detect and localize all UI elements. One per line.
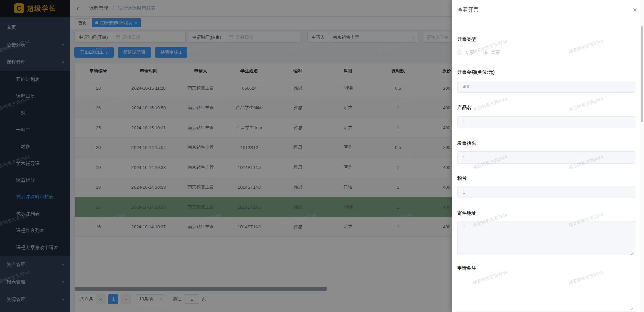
app-root: C 超级学长 首页 公告列表 ∨ 课程管理 ∧ 开班计划表 课程日历 一对一 一… xyxy=(0,0,644,312)
resize-grip-icon xyxy=(629,251,633,255)
invoice-title-input xyxy=(457,151,635,164)
drawer-body: 开票类型 专票 普票 开票金额(单位:元) 产品名 xyxy=(457,30,640,100)
invoice-title-label: 发票抬头 xyxy=(457,140,635,146)
radio-special-label: 专票 xyxy=(465,50,474,56)
amount-input xyxy=(457,81,635,93)
product-label: 产品名 xyxy=(457,105,635,111)
mailing-address-label: 寄件地址 xyxy=(457,210,635,216)
remark-label: 申请备注 xyxy=(457,265,635,271)
radio-circle-icon xyxy=(457,50,462,55)
vertical-scrollbar-thumb[interactable] xyxy=(641,26,643,122)
vertical-scrollbar[interactable] xyxy=(640,0,644,312)
drawer-title: 查看开票 xyxy=(457,7,479,14)
radio-general-invoice: 普票 xyxy=(483,50,500,56)
product-input xyxy=(457,116,635,128)
radio-circle-icon xyxy=(483,50,488,55)
invoice-drawer: 查看开票 ✕ 开票类型 专票 普票 开票金额(单位:元) xyxy=(452,0,644,312)
drawer-header: 查看开票 ✕ xyxy=(452,0,644,14)
resize-grip-icon xyxy=(629,306,633,310)
tax-number-input xyxy=(457,186,635,198)
close-icon[interactable]: ✕ xyxy=(633,7,637,13)
radio-special-invoice: 专票 xyxy=(457,50,474,56)
amount-label: 开票金额(单位:元) xyxy=(457,69,635,75)
invoice-type-label: 开票类型 xyxy=(457,36,635,42)
tax-number-label: 税号 xyxy=(457,175,635,181)
mailing-address-textarea: 1 xyxy=(457,221,635,255)
radio-general-label: 普票 xyxy=(491,50,500,56)
